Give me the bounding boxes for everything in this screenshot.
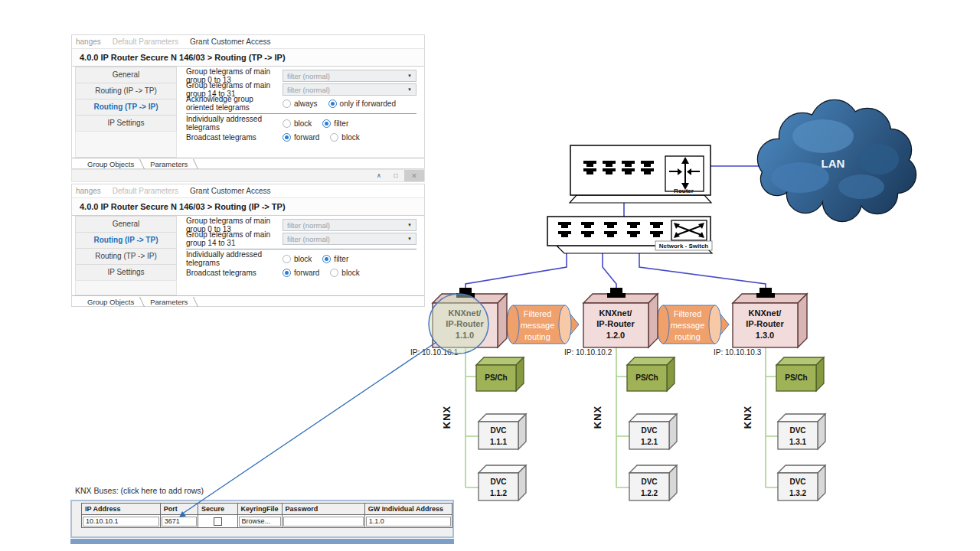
knx-router-address: 1.1.0 bbox=[456, 331, 474, 340]
router-label: Router bbox=[674, 187, 694, 194]
radio-option-filter[interactable]: filter bbox=[322, 119, 348, 128]
keyringfile-browse-button[interactable]: Browse... bbox=[239, 517, 281, 527]
port-icon bbox=[650, 231, 663, 237]
ps-ch-label: PS/Ch bbox=[635, 373, 658, 382]
ps-ch-label: PS/Ch bbox=[485, 373, 507, 382]
dropdown-value: filter (normal) bbox=[287, 86, 330, 94]
dropdown-group-14-31[interactable]: filter (normal) ▼ bbox=[283, 233, 416, 245]
toolbar-item-grant-customer-access[interactable]: Grant Customer Access bbox=[190, 187, 271, 195]
radio-option-forward[interactable]: forward bbox=[283, 269, 319, 277]
radio-option-block[interactable]: block bbox=[283, 255, 312, 263]
switch-knxrouter2-link bbox=[603, 233, 616, 293]
dvc-label: DVC bbox=[490, 426, 506, 435]
radio-option-block[interactable]: block bbox=[283, 119, 312, 128]
dvc-address: 1.3.1 bbox=[789, 438, 807, 446]
port-field[interactable]: 3671 bbox=[162, 517, 197, 527]
switch-knxrouter1-link bbox=[466, 233, 567, 293]
router-stand bbox=[570, 195, 711, 203]
bus-line-1 bbox=[466, 347, 479, 487]
parameter-window-tp-ip: hanges Default Parameters Grant Customer… bbox=[71, 34, 425, 169]
knx-buses-table: IP Address Port Secure KeyringFile Passw… bbox=[81, 503, 452, 528]
radio-icon[interactable] bbox=[283, 99, 291, 108]
close-icon[interactable]: ✕ bbox=[404, 170, 424, 181]
tp-connector-icon bbox=[756, 293, 775, 298]
sidebar-item-routing-tp-ip[interactable]: Routing (TP -> IP) bbox=[75, 99, 177, 116]
pipe-text-line1: Filtered bbox=[524, 309, 552, 318]
knx-router-3: KNXnet/ IP-Router 1.3.0 IP: 10.10.10.3 bbox=[714, 288, 807, 357]
port-icon bbox=[558, 231, 571, 237]
sidebar-item-routing-ip-tp[interactable]: Routing (IP -> TP) bbox=[75, 83, 177, 99]
radio-selected-icon[interactable] bbox=[283, 133, 291, 142]
radio-icon[interactable] bbox=[330, 269, 338, 277]
radio-label: forward bbox=[294, 269, 319, 277]
port-icon bbox=[581, 231, 594, 237]
param-label: Individually addressed telegrams bbox=[186, 250, 283, 267]
knx-buses-caption[interactable]: KNX Buses: (click here to add rows) bbox=[75, 486, 204, 495]
dvc-address: 1.3.2 bbox=[789, 489, 807, 497]
radio-icon[interactable] bbox=[330, 133, 338, 142]
bottom-tabs: Group Objects Parameters bbox=[72, 158, 424, 170]
dropdown-group-14-31[interactable]: filter (normal) ▼ bbox=[283, 83, 416, 96]
pipe-text-line1: Filtered bbox=[674, 309, 702, 318]
router-device: Router bbox=[570, 145, 711, 203]
sidebar-item-routing-tp-ip[interactable]: Routing (TP -> IP) bbox=[75, 248, 177, 265]
radio-option-always[interactable]: always bbox=[283, 99, 318, 108]
tab-group-objects[interactable]: Group Objects bbox=[80, 298, 142, 306]
window-bottom-edge bbox=[70, 539, 454, 544]
dvc-label: DVC bbox=[789, 478, 805, 486]
collapse-icon[interactable]: ∧ bbox=[371, 170, 387, 181]
network-switch-device: Network - Switch bbox=[547, 217, 712, 253]
toolbar-item-changes[interactable]: hanges bbox=[76, 187, 101, 195]
knx-buses-panel: IP Address Port Secure KeyringFile Passw… bbox=[70, 500, 454, 538]
toolbar-item-default-parameters[interactable]: Default Parameters bbox=[113, 187, 178, 195]
switch-knxrouter3-link bbox=[639, 233, 766, 293]
maximize-icon[interactable]: □ bbox=[387, 170, 404, 181]
dvc-box-1-2-1: DVC 1.2.1 bbox=[629, 414, 677, 449]
dropdown-group-0-13[interactable]: filter (normal) ▼ bbox=[283, 70, 416, 82]
sidebar-item-routing-ip-tp[interactable]: Routing (IP -> TP) bbox=[75, 232, 177, 249]
radio-option-block[interactable]: block bbox=[330, 269, 359, 277]
param-label: Broadcast telegrams bbox=[186, 269, 283, 277]
port-icon bbox=[650, 222, 663, 228]
secure-checkbox[interactable] bbox=[214, 517, 222, 526]
tab-parameters[interactable]: Parameters bbox=[142, 160, 195, 168]
toolbar-item-changes[interactable]: hanges bbox=[76, 37, 101, 46]
toolbar: hanges Default Parameters Grant Customer… bbox=[72, 184, 424, 197]
ip-address-field[interactable]: 10.10.10.1 bbox=[83, 517, 159, 527]
radio-selected-icon[interactable] bbox=[328, 99, 337, 108]
ps-ch-box-1: PS/Ch bbox=[476, 357, 524, 391]
sidebar-filler bbox=[75, 280, 177, 295]
dropdown-group-0-13[interactable]: filter (normal) ▼ bbox=[283, 219, 416, 231]
knx-router-name-line2: IP-Router bbox=[446, 319, 484, 328]
radio-label: forward bbox=[294, 133, 319, 142]
param-label: Group telegrams of main group 14 to 31 bbox=[186, 230, 283, 247]
toolbar-item-default-parameters[interactable]: Default Parameters bbox=[113, 37, 178, 46]
radio-option-only-if-forwarded[interactable]: only if forwarded bbox=[328, 99, 396, 108]
tab-parameters[interactable]: Parameters bbox=[142, 298, 195, 306]
radio-option-block[interactable]: block bbox=[330, 133, 359, 142]
annotation-arrow bbox=[179, 342, 436, 517]
password-field[interactable] bbox=[283, 517, 364, 527]
radio-icon[interactable] bbox=[283, 119, 291, 128]
toolbar-item-grant-customer-access[interactable]: Grant Customer Access bbox=[190, 37, 271, 46]
radio-selected-icon[interactable] bbox=[322, 255, 331, 263]
radio-icon[interactable] bbox=[283, 255, 291, 263]
radio-selected-icon[interactable] bbox=[283, 269, 291, 277]
pipe-text-line2: message bbox=[671, 321, 705, 330]
radio-option-forward[interactable]: forward bbox=[283, 133, 319, 142]
sidebar-item-general[interactable]: General bbox=[75, 216, 177, 233]
sidebar-item-ip-settings[interactable]: IP Settings bbox=[75, 115, 177, 132]
dvc-box-1-3-1: DVC 1.3.1 bbox=[778, 414, 825, 449]
radio-option-filter[interactable]: filter bbox=[322, 255, 348, 263]
radio-label: only if forwarded bbox=[340, 99, 396, 108]
radio-selected-icon[interactable] bbox=[322, 119, 331, 128]
param-label: Individually addressed telegrams bbox=[186, 115, 283, 132]
chevron-down-icon: ▼ bbox=[407, 73, 412, 78]
dropdown-value: filter (normal) bbox=[287, 221, 330, 230]
tab-group-objects[interactable]: Group Objects bbox=[80, 160, 142, 168]
port-icon bbox=[604, 231, 617, 237]
gw-address-field[interactable]: 1.1.0 bbox=[366, 517, 451, 527]
sidebar-item-ip-settings[interactable]: IP Settings bbox=[75, 264, 177, 281]
dvc-address: 1.1.1 bbox=[490, 438, 508, 446]
sidebar-item-general[interactable]: General bbox=[75, 67, 177, 83]
